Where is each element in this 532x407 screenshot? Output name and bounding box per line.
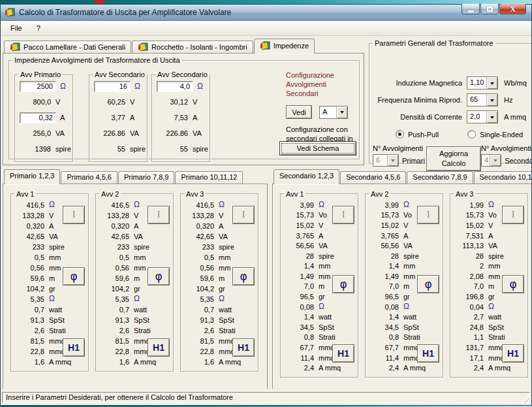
diameter-button[interactable]: φ	[332, 275, 354, 293]
unit: m	[319, 282, 324, 290]
secondario-tab-1[interactable]: Secondario 1,2,3	[274, 169, 339, 184]
dropdown-button[interactable]	[486, 111, 497, 123]
value: 196,8	[452, 293, 484, 301]
unit: spire	[403, 252, 419, 260]
value-row: 800,0V	[15, 94, 72, 110]
value: 30,12	[154, 98, 189, 106]
height-button[interactable]: H1	[417, 344, 439, 363]
value: 67,7	[283, 344, 314, 351]
main-tab-3[interactable]: Impedenze	[254, 39, 315, 54]
unit: Strati	[49, 327, 66, 334]
current-button[interactable]: I	[502, 206, 524, 224]
value: 3,765	[368, 232, 399, 240]
main-tab-label: Rocchetto - Isolanti - Ingombri	[151, 43, 247, 51]
primario-tab-control: Primario 1,2,3Primario 4,5,6Primario 7,8…	[3, 169, 268, 389]
dropdown-button[interactable]	[336, 106, 347, 118]
unit: Ω	[197, 83, 203, 90]
secondario-avv-2: Avv 23,99Ω15,73Vo15,02V3,765A56,56VA28sp…	[365, 190, 443, 378]
frequenza-dropdown[interactable]: 65	[467, 93, 498, 106]
value: 81,5	[183, 337, 214, 345]
secondario-tab-4[interactable]: Secondario 10,11,12	[474, 171, 531, 184]
unit: VA	[193, 129, 202, 137]
current-button[interactable]: I	[63, 206, 85, 224]
dropdown-button[interactable]	[387, 155, 398, 166]
value: 91,3	[183, 316, 214, 324]
value: 11,4	[283, 354, 314, 362]
unit: VA	[488, 242, 497, 250]
primary-windings-dropdown[interactable]: 6	[373, 154, 399, 167]
height-button[interactable]: H1	[502, 344, 524, 363]
value: 22,8	[183, 348, 214, 355]
value: 42,65	[13, 233, 44, 240]
diameter-button[interactable]: φ	[148, 267, 170, 285]
value-row: 55spire	[89, 141, 147, 157]
impedenze-tab-panel: Impedenze Avvolgimenti del Trasformatore…	[3, 53, 364, 165]
menu-help[interactable]: ?	[31, 22, 46, 35]
config-dropdown[interactable]: A	[319, 106, 348, 119]
height-button[interactable]: H1	[332, 344, 354, 363]
value-row: 233spire	[183, 242, 258, 252]
dropdown-button[interactable]	[486, 94, 497, 106]
dropdown-button[interactable]	[486, 77, 497, 89]
radio-single-ended[interactable]: Single-Ended	[467, 130, 523, 138]
input-wrap: 16	[91, 81, 131, 92]
diameter-button[interactable]: φ	[63, 267, 85, 285]
value: 81,5	[98, 337, 129, 345]
height-button[interactable]: H1	[63, 338, 85, 357]
impedance-input[interactable]: 0,32	[20, 112, 56, 123]
dropdown-button[interactable]	[490, 155, 501, 166]
primario-tab-3[interactable]: Primario 7,8,9	[118, 171, 174, 184]
value: 22,8	[98, 348, 129, 355]
value-row: 91,3SpSt	[183, 315, 258, 325]
primario-tab-2[interactable]: Primario 4,5,6	[61, 171, 117, 184]
current-button[interactable]: I	[232, 206, 255, 224]
secondario-tab-3[interactable]: Secondario 7,8,9	[407, 171, 473, 184]
radio-icon	[467, 130, 476, 138]
param-label: Densità di Corrente	[400, 113, 462, 121]
primario-tab-1[interactable]: Primario 1,2,3	[4, 169, 60, 184]
unit: gr	[219, 285, 225, 293]
value-row: 2,4A mmq	[368, 363, 443, 373]
impedance-input[interactable]: 16	[94, 81, 131, 92]
secondario-tab-label: Secondario 1,2,3	[279, 172, 334, 180]
app-window: Calcolo di Trasformatore di Uscita per A…	[0, 4, 532, 406]
maximize-button[interactable]	[480, 4, 499, 14]
diameter-button[interactable]: φ	[417, 275, 439, 293]
current-button[interactable]: I	[417, 206, 439, 224]
secondary-windings-dropdown[interactable]: 4	[481, 154, 501, 167]
secondario-tab-label: Secondario 7,8,9	[413, 173, 467, 181]
frequenza-value: 65	[467, 94, 486, 106]
value: 15,02	[368, 221, 399, 229]
height-button[interactable]: H1	[148, 338, 170, 357]
minimize-button[interactable]	[462, 4, 480, 14]
densita-value: 2,0	[467, 111, 486, 123]
radio-push-pull[interactable]: Push-Pull	[396, 130, 439, 138]
secondario-tab-2[interactable]: Secondario 4,5,6	[340, 171, 406, 184]
menu-file[interactable]: File	[5, 22, 28, 35]
unit: spire	[130, 145, 146, 153]
value-row: 2,4A mmq	[283, 363, 358, 373]
main-tab-1[interactable]: Pacco Lamellare - Dati Generali	[4, 41, 131, 53]
close-button[interactable]: X	[499, 4, 526, 14]
current-button[interactable]: I	[148, 206, 170, 224]
value: 55	[91, 145, 126, 153]
induzione-dropdown[interactable]: 1,10	[467, 76, 498, 90]
impedance-input[interactable]: 4,0	[157, 81, 193, 92]
value-row: 55spire	[152, 141, 210, 157]
main-tab-2[interactable]: Rocchetto - Isolanti - Ingombri	[132, 41, 253, 53]
primario-tab-4[interactable]: Primario 10,11,12	[175, 171, 243, 184]
value-row: 0,5mm	[183, 252, 258, 263]
vedi-schema-button[interactable]: Vedi Schema	[279, 141, 356, 155]
value: 15,73	[452, 211, 484, 219]
diameter-button[interactable]: φ	[502, 275, 524, 293]
value-row: 2,6Strati	[183, 325, 258, 336]
densita-dropdown[interactable]: 2,0	[467, 110, 498, 123]
vedi-button[interactable]: Vedi	[286, 105, 312, 119]
height-button[interactable]: H1	[232, 338, 255, 357]
current-button[interactable]: I	[332, 206, 354, 224]
aggiorna-calcolo-button[interactable]: Aggiorna Calcolo	[426, 146, 481, 171]
value-row: 3,765A	[283, 231, 358, 241]
diameter-button[interactable]: φ	[232, 267, 255, 285]
unit: gr	[49, 285, 55, 293]
impedance-input[interactable]: 2500	[20, 81, 56, 92]
